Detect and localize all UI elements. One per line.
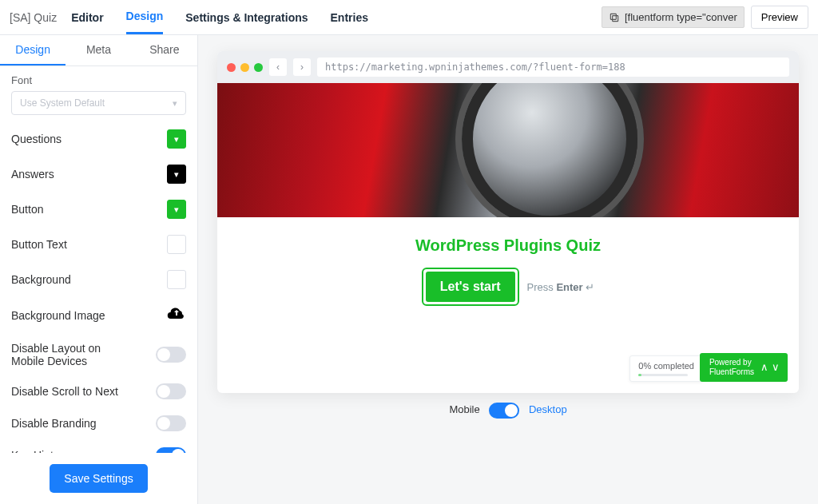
chevron-down-icon: ▾	[174, 204, 179, 215]
close-dot-icon	[227, 63, 236, 72]
font-label: Font	[11, 74, 186, 86]
sidebar-subtabs: Design Meta Share	[0, 35, 197, 66]
toggle-key-hint[interactable]	[156, 447, 186, 453]
tab-entries[interactable]: Entries	[331, 2, 368, 34]
progress-indicator: 0% completed	[629, 355, 703, 382]
design-sidebar: Design Meta Share Font Use System Defaul…	[0, 35, 198, 504]
tab-settings[interactable]: Settings & Integrations	[185, 2, 308, 34]
font-placeholder: Use System Default	[20, 97, 105, 109]
toggle-disable-scroll[interactable]	[156, 383, 186, 399]
subtab-design[interactable]: Design	[0, 35, 66, 65]
row-background: Background	[11, 273, 71, 286]
font-select[interactable]: Use System Default ▾	[11, 91, 186, 115]
row-button-text: Button Text	[11, 238, 67, 251]
nav-back-button[interactable]: ‹	[269, 58, 287, 76]
row-answers: Answers	[11, 168, 54, 181]
mode-mobile-label: Mobile	[449, 403, 479, 415]
color-answers[interactable]: ▾	[167, 165, 186, 184]
toggle-disable-branding[interactable]	[156, 415, 186, 431]
save-settings-button[interactable]: Save Settings	[50, 464, 147, 493]
tab-editor[interactable]: Editor	[71, 2, 103, 34]
color-questions[interactable]: ▾	[167, 129, 186, 149]
shortcode-text: [fluentform type="conver	[625, 11, 737, 23]
hero-image	[217, 83, 799, 217]
start-button[interactable]: Let's start	[426, 272, 515, 302]
row-questions: Questions	[11, 133, 62, 145]
preview-button[interactable]: Preview	[751, 6, 808, 29]
row-disable-layout: Disable Layout on Mobile Devices	[11, 342, 131, 367]
chevron-down-icon: ▾	[174, 134, 179, 145]
row-button: Button	[11, 203, 43, 216]
chevron-down-icon[interactable]: ∨	[772, 361, 780, 374]
browser-chrome: ‹ › https://marketing.wpninjathemes.com/…	[217, 51, 799, 83]
subtab-share[interactable]: Share	[132, 35, 197, 65]
maximize-dot-icon	[254, 63, 263, 72]
upload-icon[interactable]	[167, 305, 186, 326]
color-button-text[interactable]	[167, 235, 186, 254]
browser-preview: ‹ › https://marketing.wpninjathemes.com/…	[217, 51, 799, 393]
row-disable-scroll: Disable Scroll to Next	[11, 385, 118, 398]
svg-rect-1	[610, 14, 616, 19]
device-mode-bar: Mobile Desktop	[217, 393, 799, 423]
form-title: [SA] Quiz	[10, 11, 57, 24]
device-toggle[interactable]	[489, 403, 519, 419]
subtab-meta[interactable]: Meta	[66, 35, 131, 65]
toggle-disable-layout[interactable]	[156, 347, 186, 363]
window-controls	[227, 63, 263, 72]
url-bar: https://marketing.wpninjathemes.com/?flu…	[317, 58, 789, 77]
quiz-title: WordPress Plugins Quiz	[230, 236, 786, 255]
svg-rect-0	[613, 15, 618, 21]
shortcode-display[interactable]: [fluentform type="conver	[602, 6, 745, 28]
preview-canvas: ‹ › https://marketing.wpninjathemes.com/…	[198, 35, 818, 504]
key-hint: Press Enter ↵	[527, 281, 595, 293]
row-disable-branding: Disable Branding	[11, 417, 97, 430]
copy-icon	[609, 12, 620, 23]
color-background[interactable]	[167, 270, 186, 289]
color-button[interactable]: ▾	[167, 200, 186, 219]
top-nav: [SA] Quiz Editor Design Settings & Integ…	[0, 0, 818, 35]
chevron-down-icon: ▾	[173, 98, 177, 109]
chevron-up-icon[interactable]: ∧	[760, 361, 768, 374]
row-bg-image: Background Image	[11, 309, 105, 322]
nav-forward-button[interactable]: ›	[293, 58, 311, 76]
mode-desktop-label[interactable]: Desktop	[529, 403, 567, 415]
chevron-down-icon: ▾	[174, 169, 179, 180]
minimize-dot-icon	[240, 63, 249, 72]
tab-design[interactable]: Design	[126, 0, 164, 34]
branding-badge[interactable]: Powered byFluentForms ∧∨	[700, 353, 788, 382]
